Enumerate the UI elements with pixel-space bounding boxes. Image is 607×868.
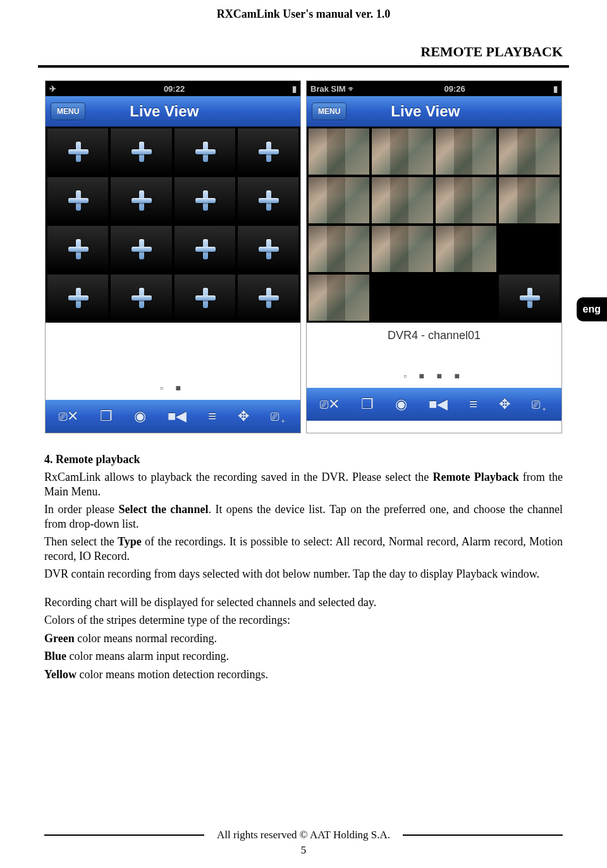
footer-rule — [44, 834, 204, 836]
grid-cell[interactable] — [238, 226, 298, 272]
plus-icon — [67, 189, 89, 211]
camera-grid — [46, 127, 300, 323]
camera-icon[interactable]: ◉ — [395, 396, 407, 412]
menu-button[interactable]: MENU — [312, 102, 346, 120]
close-grid-icon[interactable]: ⎚✕ — [59, 408, 78, 425]
grid-cell[interactable] — [309, 128, 369, 175]
grid-cell[interactable] — [372, 275, 432, 321]
grid-cell[interactable] — [309, 275, 369, 321]
plus-icon — [257, 189, 279, 211]
grid-cell[interactable] — [47, 226, 108, 272]
grid-cell[interactable] — [47, 177, 108, 223]
menu-button[interactable]: MENU — [51, 102, 85, 120]
camera-icon[interactable]: ◉ — [134, 408, 146, 425]
body-text: 4. Remote playback RxCamLink allows to p… — [44, 452, 563, 682]
grid-cell[interactable] — [175, 226, 235, 272]
grid-cell[interactable] — [372, 128, 432, 175]
grid-cell[interactable] — [238, 275, 298, 321]
status-time: 09:26 — [445, 84, 465, 94]
text: color means alarm input recording. — [66, 650, 229, 662]
text: Recording chart will be displayed for se… — [44, 595, 563, 610]
plus-icon — [130, 189, 152, 211]
record-icon[interactable]: ■◀ — [168, 408, 187, 425]
grid-cell[interactable] — [111, 128, 171, 175]
channel-label: DVR4 - channel01 — [307, 323, 561, 368]
text: RxCamLink allows to playback the recordi… — [44, 471, 433, 483]
language-tab: eng — [577, 297, 607, 321]
grid-cell[interactable] — [436, 226, 496, 272]
title-underline — [38, 65, 569, 68]
plus-icon — [130, 287, 152, 308]
ptz-icon[interactable]: ✥ — [499, 396, 510, 412]
list-icon[interactable]: ≡ — [469, 396, 477, 412]
grid-cell[interactable] — [436, 177, 496, 223]
ptz-icon[interactable]: ✥ — [238, 408, 249, 425]
grid-cell[interactable] — [47, 275, 108, 321]
bold-term: Green — [44, 632, 75, 645]
footer-text: All rights reserved © AAT Holding S.A. — [217, 829, 390, 841]
section-heading: 4. Remote playback — [44, 453, 140, 466]
bold-term: Blue — [44, 650, 66, 662]
grid-cell[interactable] — [238, 128, 298, 175]
status-bar: Brak SIM ᯤ 09:26 ▮ — [307, 81, 561, 96]
multi-window-icon[interactable]: ❐ — [100, 408, 113, 425]
grid-cell[interactable] — [175, 275, 235, 321]
grid-cell[interactable] — [111, 226, 171, 272]
bottom-toolbar: ⎚✕ ❐ ◉ ■◀ ≡ ✥ ⎚₊ — [307, 388, 561, 421]
plus-icon — [518, 287, 540, 308]
grid-cell[interactable] — [175, 177, 235, 223]
camera-thumbnail — [372, 226, 432, 272]
footer-rule — [403, 834, 563, 836]
text: In order please — [44, 503, 118, 516]
grid-cell[interactable] — [499, 128, 560, 175]
plus-icon — [67, 140, 89, 162]
camera-thumbnail — [372, 177, 432, 223]
phone-right: Brak SIM ᯤ 09:26 ▮ MENU Live View — [306, 80, 562, 433]
add-grid-icon[interactable]: ⎚₊ — [532, 396, 548, 412]
plus-icon — [194, 238, 216, 259]
list-icon[interactable]: ≡ — [208, 408, 216, 425]
multi-window-icon[interactable]: ❐ — [361, 396, 374, 412]
add-grid-icon[interactable]: ⎚₊ — [271, 408, 287, 425]
grid-cell[interactable] — [309, 177, 369, 223]
grid-cell[interactable] — [47, 128, 108, 175]
grid-cell[interactable] — [111, 275, 171, 321]
airplane-icon: ✈ — [49, 84, 56, 94]
page-number: 5 — [0, 844, 607, 857]
grid-cell[interactable] — [175, 128, 235, 175]
grid-cell[interactable] — [499, 177, 560, 223]
battery-icon: ▮ — [553, 84, 558, 94]
camera-thumbnail — [309, 177, 369, 223]
status-time: 09:22 — [164, 84, 185, 94]
grid-cell[interactable] — [436, 275, 496, 321]
section-title: REMOTE PLAYBACK — [0, 25, 607, 65]
doc-header: RXCamLink User's manual ver. 1.0 — [0, 0, 607, 25]
grid-cell[interactable] — [238, 177, 298, 223]
plus-icon — [257, 238, 279, 259]
grid-cell[interactable] — [309, 226, 369, 272]
text: Colors of the stripes determine type of … — [44, 613, 563, 628]
text: DVR contain recording from days selected… — [44, 567, 563, 581]
plus-icon — [130, 238, 152, 259]
grid-cell[interactable] — [499, 226, 560, 272]
grid-cell[interactable] — [111, 177, 171, 223]
page-indicator: ▫ ■ — [46, 380, 300, 400]
grid-cell[interactable] — [499, 275, 560, 321]
app-header: MENU Live View — [46, 96, 300, 127]
camera-thumbnail — [309, 128, 369, 175]
grid-cell[interactable] — [372, 177, 432, 223]
phone-left: ✈ 09:22 ▮ MENU Live View ▫ ■ — [45, 80, 301, 433]
camera-thumbnail — [309, 275, 369, 321]
spacer — [46, 323, 300, 380]
plus-icon — [194, 287, 216, 308]
camera-grid — [307, 127, 561, 323]
plus-icon — [130, 140, 152, 162]
text: color means motion detection recordings. — [77, 668, 268, 681]
bold-term: Select the channel — [118, 503, 208, 516]
text: Then select the — [44, 535, 118, 548]
close-grid-icon[interactable]: ⎚✕ — [320, 396, 340, 412]
bold-term: Remote Playback — [433, 471, 519, 483]
grid-cell[interactable] — [372, 226, 432, 272]
grid-cell[interactable] — [436, 128, 496, 175]
record-icon[interactable]: ■◀ — [429, 396, 448, 412]
